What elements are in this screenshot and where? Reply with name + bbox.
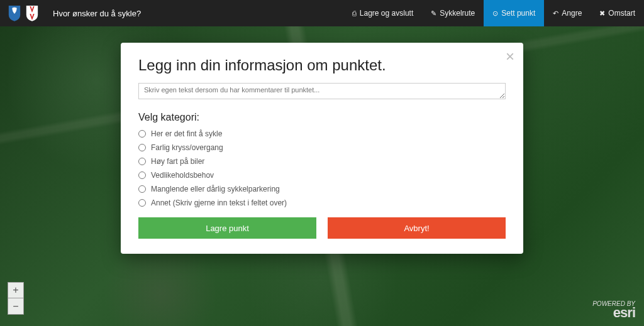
zoom-control: + − [8,282,24,315]
logo-area [0,0,47,26]
modal-actions: Lagre punkt Avbryt! [138,217,506,239]
nav-label: Sykkelrute [440,9,475,18]
save-icon: ⎙ [352,9,357,17]
nav-label: Angre [562,9,582,18]
category-option[interactable]: Farlig kryss/overgang [138,143,506,152]
nav-set-point[interactable]: ⊙ Sett punkt [484,0,544,26]
category-option[interactable]: Vedlikeholdsbehov [138,171,506,180]
close-icon: ✖ [599,9,605,18]
category-radio[interactable] [138,199,146,207]
category-radio[interactable] [138,130,146,138]
category-label: Her er det fint å sykle [151,129,222,138]
page-title: Hvor ønsker du å sykle? [47,0,147,26]
category-option[interactable]: Høy fart på biler [138,157,506,166]
category-option[interactable]: Manglende eller dårlig sykkelparkering [138,185,506,193]
pencil-icon: ✎ [431,9,436,18]
nav-restart[interactable]: ✖ Omstart [591,0,644,26]
esri-attribution: POWERED BY esri [592,300,635,321]
nav-save-exit[interactable]: ⎙ Lagre og avslutt [343,0,422,26]
category-label: Høy fart på biler [151,157,204,166]
category-radio[interactable] [138,144,146,151]
shield-icon-red [25,4,39,22]
pin-icon: ⊙ [492,9,498,18]
shield-icon-blue [8,4,21,22]
zoom-in-button[interactable]: + [8,282,24,298]
nav-label: Lagre og avslutt [360,9,413,18]
category-radio[interactable] [138,158,146,165]
nav-label: Sett punkt [501,9,535,18]
nav-label: Omstart [608,9,635,18]
save-point-button[interactable]: Lagre punkt [138,217,316,239]
category-label: Annet (Skriv gjerne inn tekst i feltet o… [151,198,287,207]
cancel-button[interactable]: Avbryt! [328,217,506,239]
category-radio[interactable] [138,171,146,179]
category-heading: Velg kategori: [138,112,506,123]
category-radio[interactable] [138,185,146,193]
modal-title: Legg inn din informasjon om punktet. [138,57,506,74]
comment-textarea[interactable] [138,83,506,99]
category-label: Manglende eller dårlig sykkelparkering [151,185,280,193]
category-label: Vedlikeholdsbehov [151,171,214,180]
category-option[interactable]: Annet (Skriv gjerne inn tekst i feltet o… [138,198,506,207]
undo-icon: ↶ [553,9,558,18]
header-bar: Hvor ønsker du å sykle? ⎙ Lagre og avslu… [0,0,644,26]
category-label: Farlig kryss/overgang [151,143,223,152]
point-info-modal: × Legg inn din informasjon om punktet. V… [121,43,523,254]
nav-undo[interactable]: ↶ Angre [544,0,591,26]
category-option[interactable]: Her er det fint å sykle [138,129,506,138]
modal-close-button[interactable]: × [506,49,514,64]
nav-route[interactable]: ✎ Sykkelrute [422,0,484,26]
zoom-out-button[interactable]: − [8,298,24,315]
